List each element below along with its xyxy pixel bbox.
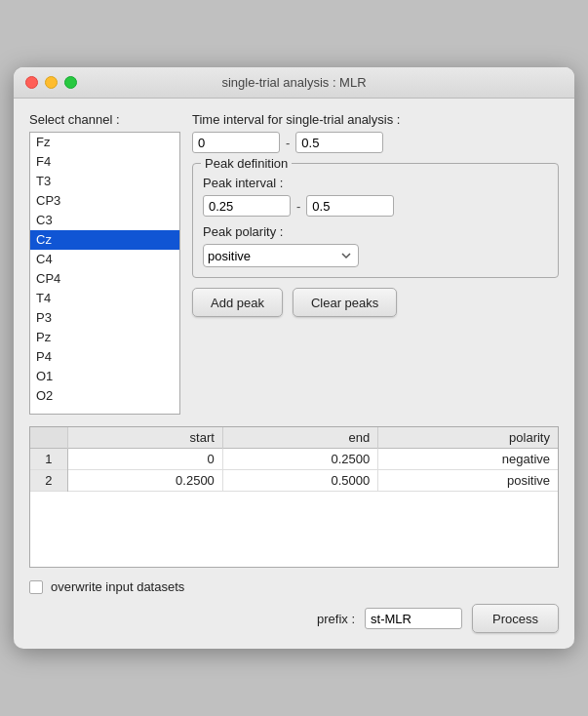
polarity-select-wrapper: positivenegative (203, 244, 369, 267)
add-peak-button[interactable]: Add peak (192, 288, 283, 317)
col-header-end: end (222, 427, 377, 449)
clear-peaks-button[interactable]: Clear peaks (293, 288, 397, 317)
table-cell-end: 0.2500 (222, 449, 377, 470)
time-interval-section: Time interval for single-trial analysis … (192, 112, 559, 153)
time-start-input[interactable] (192, 132, 280, 153)
table-cell-index: 2 (30, 470, 67, 492)
channel-item[interactable]: CP3 (30, 191, 179, 211)
channel-section: Select channel : FzF4T3CP3C3CzC4CP4T4P3P… (29, 112, 180, 415)
table-cell-start: 0.2500 (67, 470, 222, 492)
table-cell-index: 1 (30, 449, 67, 470)
peak-definition-group: Peak definition Peak interval : - Peak p… (192, 163, 559, 278)
process-row: prefix : Process (29, 604, 559, 633)
close-button[interactable] (25, 76, 38, 89)
channel-item[interactable]: O1 (30, 367, 179, 386)
channel-item[interactable]: C3 (30, 211, 179, 230)
peaks-table-section: start end polarity 100.2500negative20.25… (29, 426, 559, 568)
prefix-label: prefix : (317, 612, 355, 626)
overwrite-row: overwrite input datasets (29, 579, 559, 594)
table-row: 100.2500negative (30, 449, 558, 470)
col-header-start: start (67, 427, 222, 449)
peak-start-input[interactable] (203, 195, 291, 217)
channel-item[interactable]: P4 (30, 347, 179, 367)
process-button[interactable]: Process (472, 604, 559, 633)
window-title: single-trial analysis : MLR (221, 75, 366, 90)
channel-section-label: Select channel : (29, 112, 180, 127)
table-cell-end: 0.5000 (222, 470, 377, 492)
channel-item[interactable]: Fz (30, 133, 179, 152)
right-panel: Time interval for single-trial analysis … (192, 112, 559, 415)
overwrite-label: overwrite input datasets (51, 579, 184, 594)
peak-interval-label: Peak interval : (203, 176, 548, 190)
time-end-input[interactable] (295, 132, 383, 153)
table-row: 20.25000.5000positive (30, 470, 558, 492)
table-cell-start: 0 (67, 449, 222, 470)
col-header-index (30, 427, 67, 449)
peak-end-input[interactable] (306, 195, 394, 217)
col-header-polarity: polarity (378, 427, 558, 449)
channel-item[interactable]: P3 (30, 308, 179, 328)
peak-definition-legend: Peak definition (201, 156, 292, 171)
peak-polarity-label: Peak polarity : (203, 224, 548, 239)
table-header-row: start end polarity (30, 427, 558, 449)
prefix-input[interactable] (365, 608, 462, 629)
peak-buttons: Add peak Clear peaks (192, 288, 559, 317)
channel-item[interactable]: T3 (30, 172, 179, 191)
channel-item[interactable]: O2 (30, 386, 179, 406)
channel-item[interactable]: C4 (30, 250, 179, 269)
minimize-button[interactable] (45, 76, 58, 89)
time-separator: - (286, 136, 290, 150)
titlebar: single-trial analysis : MLR (14, 67, 574, 99)
channel-item[interactable]: F4 (30, 152, 179, 172)
peaks-table: start end polarity 100.2500negative20.25… (30, 427, 558, 492)
channel-item[interactable]: CP4 (30, 269, 179, 289)
overwrite-checkbox[interactable] (29, 580, 43, 594)
bottom-section: overwrite input datasets prefix : Proces… (29, 579, 559, 633)
table-cell-polarity: negative (378, 449, 558, 470)
channel-item[interactable]: Cz (30, 230, 179, 250)
channel-list[interactable]: FzF4T3CP3C3CzC4CP4T4P3PzP4O1O2 (29, 132, 180, 415)
traffic-lights (25, 76, 77, 89)
channel-item[interactable]: T4 (30, 289, 179, 308)
peak-separator: - (296, 199, 300, 214)
channel-item[interactable]: Pz (30, 328, 179, 347)
time-interval-label: Time interval for single-trial analysis … (192, 112, 559, 127)
peak-interval-row: - (203, 195, 548, 217)
time-interval-row: - (192, 132, 559, 153)
polarity-select[interactable]: positivenegative (203, 244, 359, 267)
main-window: single-trial analysis : MLR Select chann… (14, 67, 574, 649)
table-cell-polarity: positive (378, 470, 558, 492)
maximize-button[interactable] (64, 76, 77, 89)
